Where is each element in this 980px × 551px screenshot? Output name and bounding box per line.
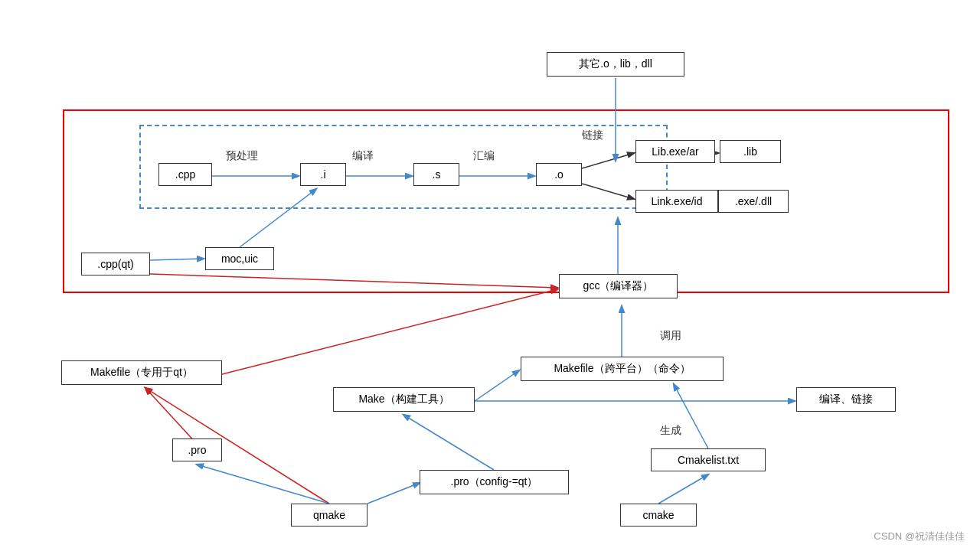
label-generate: 生成 [660, 424, 681, 438]
node-exe-dll: .exe/.dll [718, 190, 789, 213]
node-cmakelist: Cmakelist.txt [651, 448, 766, 471]
diagram: 其它.o，lib，dll .cpp .i .s .o .lib .exe/.dl… [0, 0, 980, 551]
label-preprocess: 预处理 [226, 149, 258, 163]
node-dot-i: .i [300, 163, 346, 186]
node-pro-config: .pro（config-=qt） [420, 470, 569, 494]
svg-line-22 [222, 289, 557, 374]
node-linkexe-id: Link.exe/id [635, 190, 718, 213]
node-compile-link: 编译、链接 [796, 387, 896, 412]
node-pro: .pro [172, 439, 222, 461]
node-cpp: .cpp [158, 163, 212, 186]
label-assemble: 汇编 [473, 149, 495, 163]
node-cmake: cmake [620, 504, 697, 527]
node-cpp-qt: .cpp(qt) [81, 253, 150, 276]
node-lib: .lib [720, 140, 781, 163]
node-moc-uic: moc,uic [205, 247, 274, 270]
node-makefile-cross: Makefile（跨平台）（命令） [521, 357, 724, 381]
svg-line-21 [674, 384, 708, 448]
label-invoke: 调用 [660, 329, 681, 343]
node-qita: 其它.o，lib，dll [547, 52, 684, 77]
label-link: 链接 [582, 129, 603, 142]
svg-line-18 [197, 465, 329, 504]
node-gcc: gcc（编译器） [559, 274, 678, 298]
node-makefile-qt: Makefile（专用于qt） [61, 360, 222, 385]
watermark: CSDN @祝清佳佳佳 [874, 530, 965, 543]
svg-line-23 [368, 483, 420, 504]
node-qmake: qmake [291, 504, 368, 527]
node-dot-o: .o [536, 163, 582, 186]
svg-line-19 [403, 415, 494, 470]
svg-line-14 [475, 370, 519, 401]
node-libexe-ar: Lib.exe/ar [635, 140, 715, 163]
svg-line-16 [145, 388, 197, 444]
node-make: Make（构建工具） [333, 387, 475, 412]
svg-line-20 [658, 474, 708, 504]
node-dot-s: .s [413, 163, 459, 186]
label-compile: 编译 [352, 149, 374, 163]
